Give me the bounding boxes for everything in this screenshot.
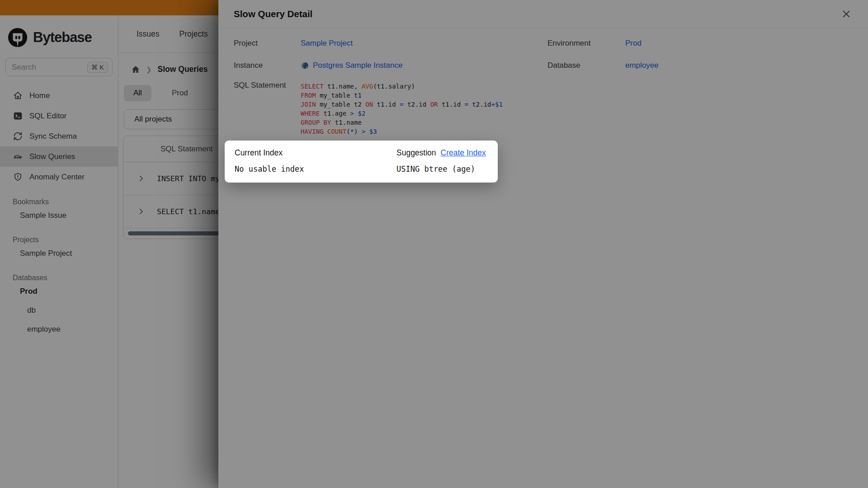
modal-overlay[interactable] [0, 0, 868, 488]
index-advisor-popover: Current Index SuggestionCreate Index No … [225, 141, 498, 183]
current-index-value: No usable index [235, 164, 396, 174]
suggestion-value: USING btree (age) [396, 164, 488, 174]
current-index-label: Current Index [235, 148, 396, 158]
create-index-link[interactable]: Create Index [441, 148, 486, 157]
suggestion-header: SuggestionCreate Index [396, 148, 488, 158]
suggestion-label: Suggestion [396, 148, 436, 157]
app-screen: Bytebase Search ⌘ K Home SQL Editor [0, 0, 868, 488]
